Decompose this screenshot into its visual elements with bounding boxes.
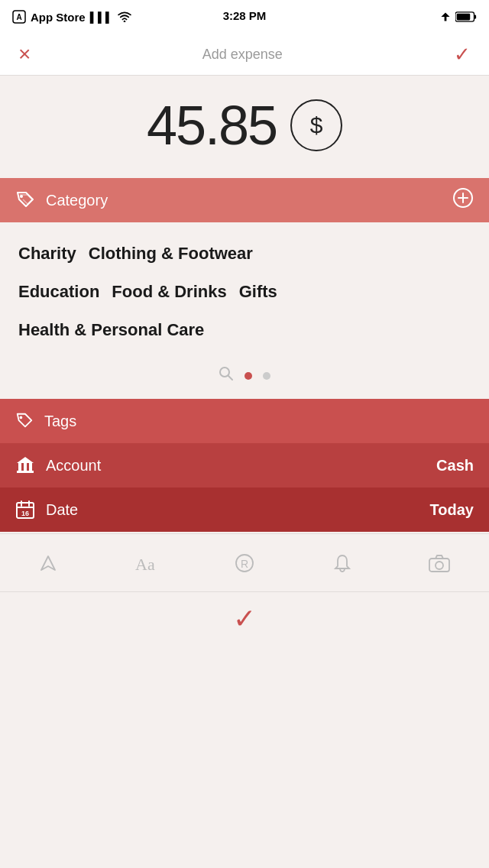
svg-point-27 [436,562,443,569]
svg-rect-16 [29,463,32,471]
add-icon [452,187,474,209]
svg-text:16: 16 [21,510,29,517]
svg-rect-15 [24,463,27,471]
svg-point-2 [124,21,126,22]
status-app-name: App Store [31,11,86,24]
date-row[interactable]: 16 Date Today [0,487,489,532]
search-icon-svg [219,366,234,381]
pagination [0,358,489,399]
svg-rect-14 [18,463,21,471]
date-label: Date [46,501,78,519]
pagination-dot-active [244,372,252,380]
amount-area: 45.85 $ [0,76,489,178]
account-icon [15,455,35,475]
account-left: Account [15,455,101,475]
tags-row[interactable]: Tags [0,399,489,443]
category-row-2: Education Food & Drinks Gifts [18,274,471,309]
battery-icon [455,11,477,22]
bell-icon-svg [332,553,352,573]
category-clothing[interactable]: Clothing & Footwear [89,236,265,271]
svg-point-10 [220,368,229,377]
account-label: Account [46,457,101,474]
svg-rect-13 [17,471,34,473]
status-right [440,11,477,22]
status-bar: A App Store ▌▌▌ 3:28 PM [0,0,489,34]
currency-symbol: $ [310,112,323,138]
date-value: Today [430,501,474,519]
send-icon[interactable] [38,553,58,573]
category-add-button[interactable] [452,187,474,214]
category-header-left: Category [15,190,108,210]
status-time: 3:28 PM [223,9,267,22]
category-health[interactable]: Health & Personal Care [18,313,216,348]
send-icon-svg [38,553,58,573]
account-row[interactable]: Account Cash [0,443,489,487]
status-left: A App Store ▌▌▌ [12,10,131,24]
category-label: Category [46,192,108,209]
svg-rect-4 [474,15,477,18]
cancel-button[interactable]: × [18,42,31,66]
currency-button[interactable]: $ [290,99,342,151]
bottom-toolbar: Aa R [0,533,489,591]
svg-text:R: R [241,558,248,570]
camera-icon[interactable] [428,553,451,573]
bottom-confirm-button[interactable]: ✓ [233,603,256,635]
svg-rect-5 [457,14,471,21]
amount-display[interactable]: 45.85 [147,94,277,157]
account-value: Cash [436,457,474,474]
wifi-icon [118,11,131,22]
category-row-3: Health & Personal Care [18,313,471,348]
bell-icon[interactable] [332,553,352,573]
location-icon [440,11,451,22]
date-icon: 16 [15,500,35,520]
nav-bar: × Add expense ✓ [0,34,489,76]
bottom-confirm: ✓ [0,591,489,653]
category-row-1: Charity Clothing & Footwear [18,236,471,271]
tags-icon [15,412,34,430]
svg-line-11 [228,376,232,380]
record-icon-svg: R [233,553,256,573]
category-charity[interactable]: Charity [18,236,89,271]
confirm-button[interactable]: ✓ [454,43,471,66]
category-food[interactable]: Food & Drinks [112,274,238,309]
svg-text:Aa: Aa [135,555,155,573]
search-icon[interactable] [219,366,234,385]
category-grid: Charity Clothing & Footwear Education Fo… [0,222,489,358]
text-icon[interactable]: Aa [134,553,157,573]
app-store-icon: A [12,10,26,24]
page-title: Add expense [202,47,283,63]
category-header: Category [0,178,489,222]
record-icon[interactable]: R [233,553,256,573]
date-left: 16 Date [15,500,78,520]
camera-icon-svg [428,553,451,573]
pagination-dot-inactive [263,372,270,380]
category-tag-icon [15,190,35,210]
category-gifts[interactable]: Gifts [239,274,290,309]
svg-text:A: A [16,13,21,21]
svg-marker-17 [17,457,34,463]
category-education[interactable]: Education [18,274,112,309]
tags-label: Tags [44,413,76,430]
text-icon-svg: Aa [134,553,157,573]
svg-point-12 [20,416,23,419]
signal-icon: ▌▌▌ [90,11,114,23]
